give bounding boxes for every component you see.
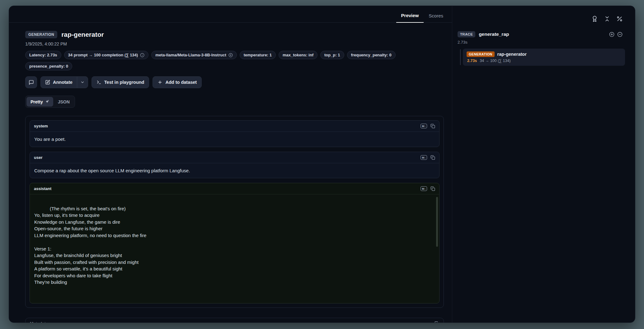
copy-button[interactable] [435,321,439,322]
pretty-json-toggle: Pretty JSON [25,96,75,108]
max-tokens-pill: max_tokens: inf [279,51,317,59]
token-usage-pill: 34 prompt → 100 completion (∑ 134) [64,51,149,59]
comment-button[interactable] [25,76,37,88]
observation-pills: Latency: 2.73s 34 prompt → 100 completio… [25,51,444,70]
user-message-content: Compose a rap about the open source LLM … [30,163,439,178]
trace-tree-sidebar: TRACE generate_rap 2.73s GENERATION rap-… [452,6,635,322]
terminal-icon [96,80,101,85]
expand-all-button[interactable] [609,32,614,37]
tree-node-latency: 2.73s [467,59,477,63]
trace-title: generate_rap [479,31,509,37]
observation-timestamp: 1/9/2025, 4:00:22 PM [25,41,444,46]
annotate-button[interactable]: Annotate [41,77,77,88]
tab-preview[interactable]: Preview [396,10,424,23]
preview-scores-tabbar: Preview Scores [9,6,452,23]
trace-latency: 2.73s [452,40,635,45]
test-in-playground-button[interactable]: Test in playground [92,76,149,88]
frequency-penalty-pill: frequency_penalty: 0 [347,51,396,59]
tab-scores[interactable]: Scores [424,10,448,22]
scrollbar-thumb[interactable] [436,197,438,247]
metadata-title: Metadata [30,321,48,322]
assistant-message-card: assistant M↓ (The rhythm is set, the bea… [30,183,440,303]
system-message-card: system M↓ You are a poet. [30,120,440,147]
award-icon [591,16,598,22]
trace-header-row: TRACE generate_rap [452,31,635,37]
sparkles-icon [45,100,49,104]
copy-button[interactable] [430,186,435,191]
action-buttons-row: Annotate Test in playground Add to datas… [25,76,444,88]
observation-main-column: Preview Scores GENERATION rap-generator … [9,6,452,322]
generation-type-badge: GENERATION [467,51,495,57]
award-badge-button[interactable] [590,14,599,24]
user-message-card: user M↓ Compose a rap about the open sou… [30,152,440,179]
edit-pencil-icon [45,80,50,85]
assistant-role-label: assistant [34,186,51,191]
observation-content: GENERATION rap-generator 1/9/2025, 4:00:… [9,23,452,322]
top-p-pill: top_p: 1 [320,51,344,59]
percent-icon [616,16,623,22]
plus-icon [157,80,162,85]
temperature-pill: temperature: 1 [240,51,276,59]
trace-detail-panel: Preview Scores GENERATION rap-generator … [9,6,635,323]
assistant-message-content: (The rhythm is set, the beat's on fire) … [30,194,439,303]
sidebar-toolbar [452,6,635,24]
pretty-toggle[interactable]: Pretty [26,97,53,107]
annotate-split-button: Annotate [40,76,88,88]
tree-node-generation[interactable]: GENERATION rap-generator 2.73s 34 → 100 … [463,49,625,66]
add-to-dataset-button[interactable]: Add to dataset [153,76,202,88]
user-role-label: user [34,155,42,160]
tree-guide-line [460,49,461,65]
trace-type-badge: TRACE [458,31,475,37]
system-message-content: You are a poet. [30,132,439,147]
chevrons-collapse-icon [604,16,610,22]
circle-plus-icon[interactable] [228,53,233,57]
presence-penalty-pill: presence_penalty: 0 [25,62,72,70]
info-icon[interactable] [140,53,144,57]
copy-button[interactable] [430,155,435,160]
collapse-tree-button[interactable] [617,32,623,37]
annotate-dropdown-button[interactable] [77,77,88,88]
observation-tree: GENERATION rap-generator 2.73s 34 → 100 … [452,49,635,66]
percent-toggle-button[interactable] [615,14,624,24]
markdown-toggle-button[interactable]: M↓ [421,124,427,128]
metadata-card: Metadata { category: "rap" } [25,318,444,323]
json-toggle[interactable]: JSON [54,97,74,107]
tree-node-title: rap-generator [497,52,527,57]
markdown-toggle-button[interactable]: M↓ [421,186,427,191]
tree-node-tokens: 34 → 100 (∑ 134) [480,59,510,63]
observation-type-badge: GENERATION [25,31,57,38]
system-role-label: system [34,124,48,128]
comment-icon [29,80,34,85]
copy-button[interactable] [430,124,435,128]
model-pill: meta-llama/Meta-Llama-3-8B-Instruct [151,51,237,59]
io-messages-wrapper: system M↓ You are a poet. user M↓ [25,116,444,308]
latency-pill: Latency: 2.73s [25,51,61,59]
markdown-toggle-button[interactable]: M↓ [421,155,427,160]
observation-title: rap-generator [61,31,104,38]
chevron-down-icon [80,80,85,84]
collapse-all-nodes-button[interactable] [602,14,612,24]
